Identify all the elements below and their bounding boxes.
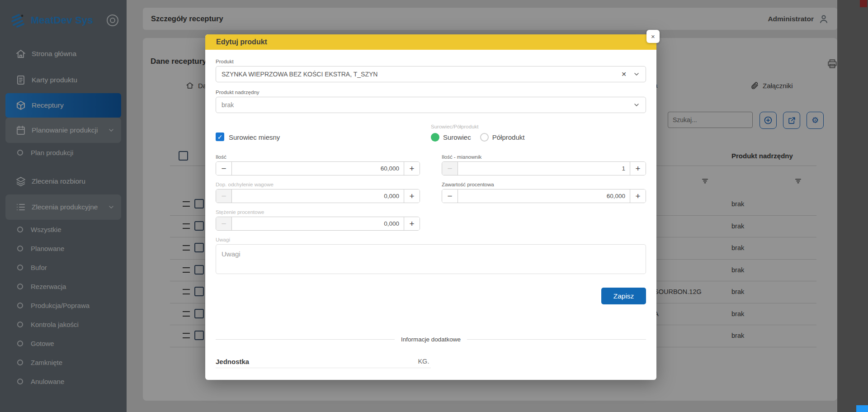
chevron-down-icon bbox=[633, 71, 640, 78]
scroll-marker-top bbox=[860, 0, 867, 7]
produkt-nadrzedny-select[interactable]: brak bbox=[216, 97, 646, 113]
minus-button[interactable]: − bbox=[442, 162, 458, 175]
scroll-marker-bottom bbox=[856, 405, 868, 412]
divider-line bbox=[467, 339, 646, 340]
plus-button[interactable]: + bbox=[404, 162, 420, 175]
produkt-value: SZYNKA WIEPRZOWA BEZ KOŚCI EKSTRA, T_SZY… bbox=[222, 71, 621, 78]
produkt-select[interactable]: SZYNKA WIEPRZOWA BEZ KOŚCI EKSTRA, T_SZY… bbox=[216, 66, 646, 82]
divider-line bbox=[216, 339, 395, 340]
surowiec-radio[interactable] bbox=[431, 133, 439, 142]
surowiec-miesny-checkbox[interactable]: ✓ bbox=[216, 133, 224, 141]
close-icon[interactable]: × bbox=[646, 30, 660, 43]
stezenie-procentowe-stepper: − + bbox=[216, 217, 420, 231]
plus-button[interactable]: + bbox=[404, 189, 420, 203]
produkt-nadrzedny-value: brak bbox=[222, 101, 633, 109]
zawartosc-procentowa-label: Zawartość procentowa bbox=[442, 182, 646, 187]
divider-label: Informacje dodatkowe bbox=[401, 336, 461, 343]
surowiec-radio-label: Surowiec bbox=[443, 133, 471, 141]
dop-odchylenie-field: Dop. odchylenie wagowe − + bbox=[216, 182, 420, 203]
jednostka-label: Jednostka bbox=[216, 358, 418, 365]
minus-button[interactable]: − bbox=[216, 162, 232, 175]
zawartosc-procentowa-stepper: − + bbox=[442, 189, 646, 203]
uwagi-label: Uwagi bbox=[216, 237, 646, 242]
chevron-down-icon bbox=[633, 101, 640, 109]
ilosc-mianownik-stepper: − + bbox=[442, 161, 646, 175]
dop-odchylenie-stepper: − + bbox=[216, 189, 420, 203]
uwagi-textarea[interactable] bbox=[216, 244, 646, 274]
surowiec-polprodukt-label: Surowiec/Półprodukt bbox=[431, 124, 533, 129]
ilosc-mianownik-input[interactable] bbox=[458, 162, 630, 175]
dop-odchylenie-input[interactable] bbox=[232, 189, 404, 203]
minus-button[interactable]: − bbox=[216, 217, 232, 230]
produkt-label: Produkt bbox=[216, 59, 646, 64]
ilosc-mianownik-label: Ilość - mianownik bbox=[442, 154, 646, 160]
minus-button[interactable]: − bbox=[442, 189, 458, 203]
edit-product-modal: × Edytuj produkt Produkt SZYNKA WIEPRZOW… bbox=[205, 34, 656, 380]
ilosc-stepper: − + bbox=[216, 161, 420, 175]
save-button[interactable]: Zapisz bbox=[601, 288, 646, 304]
stezenie-procentowe-label: Stężenie procentowe bbox=[216, 209, 420, 215]
produkt-nadrzedny-label: Produkt nadrzędny bbox=[216, 90, 646, 95]
jednostka-row: Jednostka KG. bbox=[216, 355, 646, 368]
stezenie-procentowe-input[interactable] bbox=[232, 217, 404, 230]
polprodukt-radio[interactable] bbox=[480, 133, 489, 142]
plus-button[interactable]: + bbox=[630, 189, 646, 203]
modal-title: Edytuj produkt bbox=[205, 34, 656, 50]
plus-button[interactable]: + bbox=[630, 162, 646, 175]
ilosc-field: Ilość − + bbox=[216, 154, 420, 175]
ilosc-mianownik-field: Ilość - mianownik − + bbox=[442, 154, 646, 175]
dop-odchylenie-label: Dop. odchylenie wagowe bbox=[216, 182, 420, 187]
stezenie-procentowe-field: Stężenie procentowe − + bbox=[216, 209, 420, 231]
surowiec-miesny-label: Surowiec miesny bbox=[229, 133, 280, 141]
ilosc-input[interactable] bbox=[232, 162, 404, 175]
plus-button[interactable]: + bbox=[404, 217, 420, 230]
clear-icon[interactable]: ✕ bbox=[621, 71, 627, 78]
scrollbar-strip[interactable] bbox=[837, 0, 868, 412]
zawartosc-procentowa-field: Zawartość procentowa − + bbox=[442, 182, 646, 203]
minus-button[interactable]: − bbox=[216, 189, 232, 203]
polprodukt-radio-label: Półprodukt bbox=[492, 133, 525, 141]
section-divider: Informacje dodatkowe bbox=[216, 336, 646, 343]
zawartosc-procentowa-input[interactable] bbox=[458, 189, 630, 203]
ilosc-label: Ilość bbox=[216, 154, 420, 160]
jednostka-value: KG. bbox=[418, 358, 429, 365]
